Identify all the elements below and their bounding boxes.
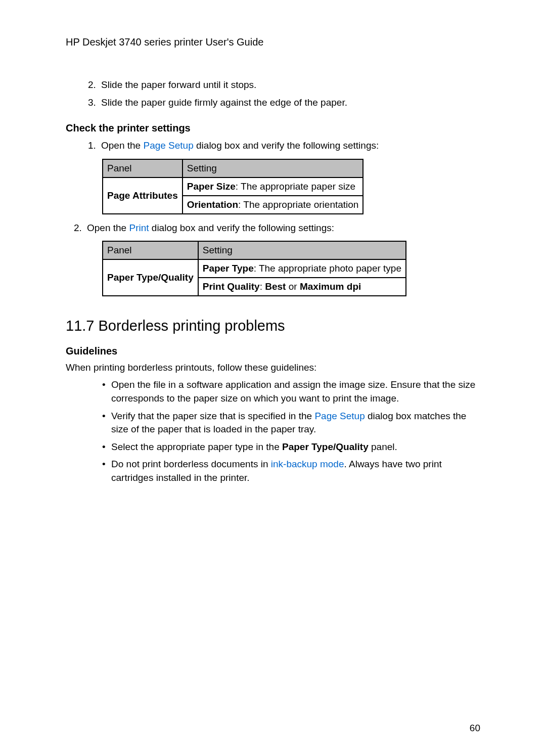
list-number: 2. [88,78,101,92]
list-text: Select the appropriate paper type in the… [111,440,397,454]
text-post: panel. [369,441,397,452]
intro-paragraph: When printing borderless printouts, foll… [66,362,480,373]
list-text: Open the Print dialog box and verify the… [87,221,334,235]
list-item: • Verify that the paper size that is spe… [102,410,480,436]
ordered-list-settings-2: 2. Open the Print dialog box and verify … [66,221,480,235]
table-cell-setting: Paper Size: The appropriate paper size [183,177,363,196]
bold-text: Paper Type/Quality [282,441,369,452]
setting-value-bold: Best [265,281,286,292]
table-header-setting: Setting [183,159,363,177]
page-number: 60 [470,723,480,734]
table-cell-panel: Paper Type/Quality [103,259,198,296]
table-header-row: Panel Setting [103,159,363,177]
setting-text: : [260,281,265,292]
list-item: • Open the file in a software applicatio… [102,378,480,405]
setting-value: : The appropriate photo paper type [254,263,401,274]
list-text: Do not print borderless documents in ink… [111,458,480,484]
list-text: Open the Page Setup dialog box and verif… [101,139,379,153]
setting-value: : The appropriate paper size [236,181,355,192]
table-cell-setting: Paper Type: The appropriate photo paper … [198,259,406,278]
list-item: • Select the appropriate paper type in t… [102,440,480,454]
bullet-list-guidelines: • Open the file in a software applicatio… [66,378,480,484]
text-pre: Verify that the paper size that is speci… [111,411,314,421]
text-pre: Do not print borderless documents in [111,459,271,469]
list-item: 1. Open the Page Setup dialog box and ve… [88,139,480,153]
setting-label: Paper Type [203,263,254,274]
setting-label: Orientation [187,199,238,210]
table-row: Paper Type/Quality Paper Type: The appro… [103,259,406,278]
table-cell-setting: Orientation: The appropriate orientation [183,196,363,214]
list-number: 3. [88,96,101,110]
list-item: 2. Slide the paper forward until it stop… [88,78,480,92]
list-number: 2. [74,221,87,235]
table-cell-setting: Print Quality: Best or Maximum dpi [198,278,406,296]
link-page-setup[interactable]: Page Setup [314,411,365,421]
section-heading-borderless: 11.7 Borderless printing problems [66,318,480,334]
section-heading-check-printer: Check the printer settings [66,122,480,134]
setting-label: Print Quality [203,281,260,292]
link-print[interactable]: Print [129,223,149,233]
text-pre: Open the [101,140,143,151]
table-header-panel: Panel [103,159,183,177]
ordered-list-top: 2. Slide the paper forward until it stop… [66,78,480,109]
bullet-icon: • [102,458,111,484]
bullet-icon: • [102,410,111,436]
list-text: Open the file in a software application … [111,378,480,405]
bullet-icon: • [102,440,111,454]
page-header: HP Deskjet 3740 series printer User's Gu… [66,36,480,48]
table-print-settings: Panel Setting Paper Type/Quality Paper T… [102,241,406,296]
table-row: Page Attributes Paper Size: The appropri… [103,177,363,196]
table-page-setup-settings: Panel Setting Page Attributes Paper Size… [102,159,363,214]
list-number: 1. [88,139,101,153]
setting-label: Paper Size [187,181,236,192]
table-header-row: Panel Setting [103,241,406,259]
ordered-list-settings: 1. Open the Page Setup dialog box and ve… [66,139,480,153]
list-text: Slide the paper guide firmly against the… [101,96,347,110]
list-item: 2. Open the Print dialog box and verify … [74,221,480,235]
text-pre: Open the [87,223,129,233]
text-post: dialog box and verify the following sett… [149,223,335,233]
text-pre: Select the appropriate paper type in the [111,441,282,452]
list-item: 3. Slide the paper guide firmly against … [88,96,480,110]
subheading-guidelines: Guidelines [66,345,480,357]
list-text: Verify that the paper size that is speci… [111,410,480,436]
setting-value: : The appropriate orientation [238,199,358,210]
list-item: • Do not print borderless documents in i… [102,458,480,484]
setting-value-bold: Maximum dpi [300,281,361,292]
text-post: dialog box and verify the following sett… [194,140,379,151]
setting-text: or [286,281,299,292]
list-text: Slide the paper forward until it stops. [101,78,256,92]
table-cell-panel: Page Attributes [103,177,183,214]
table-header-setting: Setting [198,241,406,259]
bullet-icon: • [102,378,111,405]
link-ink-backup[interactable]: ink-backup mode [271,459,344,469]
table-header-panel: Panel [103,241,198,259]
link-page-setup[interactable]: Page Setup [143,140,193,151]
